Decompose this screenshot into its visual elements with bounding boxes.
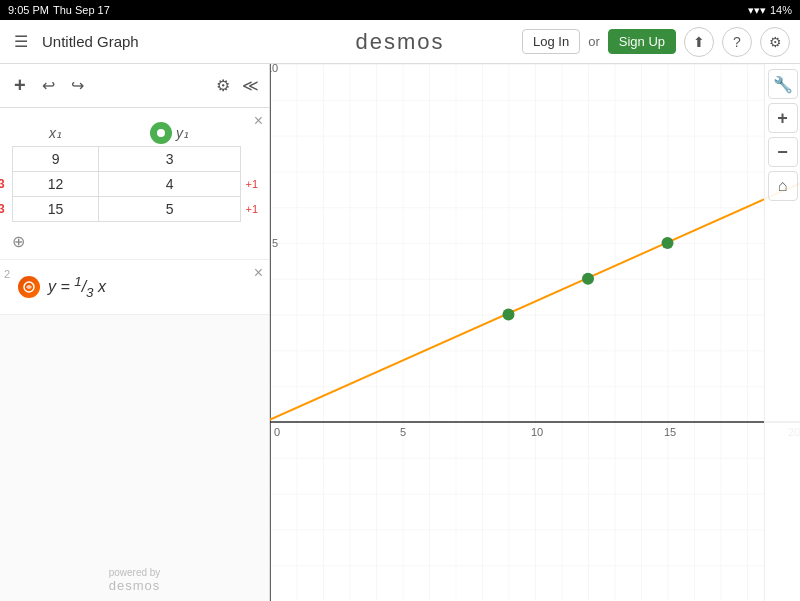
status-bar: 9:05 PM Thu Sep 17 ▾▾▾ 14%: [0, 0, 800, 20]
graph-panel[interactable]: 5 10 15 20 0 5 10 -5: [270, 64, 800, 601]
close-equation-button[interactable]: ×: [254, 264, 263, 282]
zoom-out-button[interactable]: −: [768, 137, 798, 167]
y-label-10: 10: [270, 64, 278, 74]
login-button[interactable]: Log In: [522, 29, 580, 54]
date-display: Thu Sep 17: [53, 4, 110, 16]
table-cell-x2[interactable]: +3 12: [13, 172, 99, 197]
data-point-2[interactable]: [582, 273, 594, 285]
data-point-3[interactable]: [662, 237, 674, 249]
left-panel: + ↩ ↪ ⚙ ≪ × x₁: [0, 64, 270, 601]
col-x-header: x₁: [49, 125, 62, 141]
settings-button[interactable]: ⚙: [760, 27, 790, 57]
x-label-5: 5: [400, 426, 406, 438]
data-table: x₁ y₁ 9 3: [12, 120, 241, 222]
keypad-settings-button[interactable]: ⚙: [212, 72, 234, 99]
signup-button[interactable]: Sign Up: [608, 29, 676, 54]
table-cell-y3[interactable]: 5 +1: [99, 197, 241, 222]
help-icon: ?: [733, 34, 741, 50]
equation-icon-symbol: [22, 280, 36, 294]
col-y-header: y₁: [176, 125, 189, 141]
expr-number: 2: [4, 268, 10, 280]
plus-one-1-label: +1: [245, 178, 258, 190]
nav-bar: ☰ Untitled Graph desmos Log In or Sign U…: [0, 20, 800, 64]
table-cell-x3[interactable]: +3 15: [13, 197, 99, 222]
zoom-home-button[interactable]: ⌂: [768, 171, 798, 201]
battery-display: 14%: [770, 4, 792, 16]
settings-icon: ⚙: [769, 34, 782, 50]
help-button[interactable]: ?: [722, 27, 752, 57]
grid-background: [270, 64, 800, 601]
wifi-icon: ▾▾▾: [748, 4, 766, 17]
powered-by-text: powered by: [8, 567, 261, 578]
or-label: or: [588, 34, 600, 49]
x-label-15: 15: [664, 426, 676, 438]
zoom-fit-button[interactable]: ⊕: [12, 232, 25, 251]
right-tools-panel: 🔧 + − ⌂: [764, 64, 800, 601]
equation-color-icon[interactable]: [18, 276, 40, 298]
table-expression: × x₁ y₁: [0, 108, 269, 260]
table-row: 9 3: [13, 147, 241, 172]
powered-by-section: powered by desmos: [0, 559, 269, 601]
zoom-in-button[interactable]: +: [768, 103, 798, 133]
y-label-5: 5: [272, 237, 278, 249]
equation-text: y = 1/3 x: [48, 274, 106, 300]
graph-title: Untitled Graph: [42, 33, 139, 50]
table-cell-x1[interactable]: 9: [13, 147, 99, 172]
delta-x1-label: +3: [0, 177, 5, 191]
data-point-1[interactable]: [503, 309, 515, 321]
table-cell-y2[interactable]: 4 +1: [99, 172, 241, 197]
share-button[interactable]: ⬆: [684, 27, 714, 57]
share-icon: ⬆: [693, 34, 705, 50]
plus-one-2-label: +1: [245, 203, 258, 215]
expression-toolbar: + ↩ ↪ ⚙ ≪: [0, 64, 269, 108]
table-row: +3 12 4 +1: [13, 172, 241, 197]
desmos-logo: desmos: [355, 29, 444, 54]
table-row: +3 15 5 +1: [13, 197, 241, 222]
equation-expression: 2 × y = 1/3 x: [0, 260, 269, 315]
wrench-button[interactable]: 🔧: [768, 69, 798, 99]
expression-list: × x₁ y₁: [0, 108, 269, 559]
delta-x2-label: +3: [0, 202, 5, 216]
desmos-brand-label: desmos: [8, 578, 261, 593]
add-expression-button[interactable]: +: [10, 70, 30, 101]
menu-button[interactable]: ☰: [10, 28, 32, 55]
time-display: 9:05 PM: [8, 4, 49, 16]
main-layout: + ↩ ↪ ⚙ ≪ × x₁: [0, 64, 800, 601]
undo-button[interactable]: ↩: [38, 72, 59, 99]
collapse-panel-button[interactable]: ≪: [242, 76, 259, 95]
x-label-0: 0: [274, 426, 280, 438]
table-cell-y1[interactable]: 3: [99, 147, 241, 172]
redo-button[interactable]: ↪: [67, 72, 88, 99]
col-y-color-button[interactable]: [150, 122, 172, 144]
graph-canvas[interactable]: 5 10 15 20 0 5 10 -5: [270, 64, 800, 601]
x-label-10: 10: [531, 426, 543, 438]
